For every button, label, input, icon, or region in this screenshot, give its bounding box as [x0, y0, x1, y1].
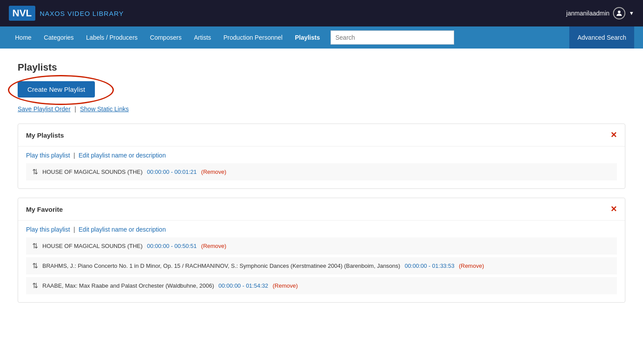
search-input[interactable]: [331, 30, 454, 45]
drag-handle-icon[interactable]: ⇅: [32, 168, 38, 176]
create-new-playlist-button[interactable]: Create New Playlist: [18, 81, 95, 98]
create-btn-wrapper: Create New Playlist: [18, 81, 95, 98]
item-time-range: 00:00:00 - 00:50:51: [147, 243, 197, 249]
separator: |: [75, 105, 76, 113]
links-row: Save Playlist Order | Show Static Links: [18, 105, 625, 113]
list-item: ⇅HOUSE OF MAGICAL SOUNDS (THE)00:00:00 -…: [26, 237, 617, 255]
drag-handle-icon[interactable]: ⇅: [32, 262, 38, 270]
playlist-card-body-1: Play this playlist | Edit playlist name …: [18, 221, 625, 302]
list-item: ⇅BRAHMS, J.: Piano Concerto No. 1 in D M…: [26, 257, 617, 274]
playlist-title-0: My Playlists: [26, 131, 64, 139]
play-playlist-link-0[interactable]: Play this playlist: [26, 152, 70, 159]
playlist-actions-1: Play this playlist | Edit playlist name …: [26, 226, 617, 233]
separator: |: [72, 226, 77, 233]
item-title: RAABE, Max: Max Raabe and Palast Orchest…: [42, 282, 214, 289]
remove-item-link[interactable]: (Remove): [201, 169, 226, 175]
nav-artists[interactable]: Artists: [188, 26, 217, 49]
playlist-card-1: My Favorite✕Play this playlist | Edit pl…: [18, 198, 625, 303]
nav-playlists[interactable]: Playlists: [289, 26, 326, 49]
app-name: NAXOS VIDEO LIBRARY: [40, 10, 124, 17]
remove-item-link[interactable]: (Remove): [201, 243, 226, 249]
playlist-card-header-1: My Favorite✕: [18, 198, 625, 221]
nav-bar: Home Categories Labels / Producers Compo…: [0, 26, 643, 49]
playlist-actions-0: Play this playlist | Edit playlist name …: [26, 152, 617, 159]
edit-playlist-link-0[interactable]: Edit playlist name or description: [79, 152, 166, 159]
nav-search-area: [326, 30, 565, 45]
appname-prefix: NAXOS: [40, 10, 68, 17]
playlist-close-btn-0[interactable]: ✕: [610, 130, 617, 140]
play-playlist-link-1[interactable]: Play this playlist: [26, 226, 70, 233]
user-area: janmanilaadmin ▼: [566, 7, 634, 19]
remove-item-link[interactable]: (Remove): [273, 282, 298, 289]
item-time-range: 00:00:00 - 01:33:53: [405, 263, 455, 269]
list-item: ⇅HOUSE OF MAGICAL SOUNDS (THE)00:00:00 -…: [26, 163, 617, 180]
playlist-card-body-0: Play this playlist | Edit playlist name …: [18, 146, 625, 188]
nav-composers[interactable]: Composers: [144, 26, 188, 49]
logo-area: NVL NAXOS VIDEO LIBRARY: [9, 6, 124, 21]
separator: |: [72, 152, 77, 159]
playlist-card-0: My Playlists✕Play this playlist | Edit p…: [18, 124, 625, 189]
drag-handle-icon[interactable]: ⇅: [32, 281, 38, 290]
drag-handle-icon[interactable]: ⇅: [32, 242, 38, 250]
advanced-search-button[interactable]: Advanced Search: [569, 26, 634, 49]
remove-item-link[interactable]: (Remove): [459, 263, 484, 269]
nav-home[interactable]: Home: [9, 26, 38, 49]
appname-highlight: VIDEO: [68, 10, 90, 17]
edit-playlist-link-1[interactable]: Edit playlist name or description: [79, 226, 166, 233]
dropdown-arrow[interactable]: ▼: [629, 10, 634, 16]
playlist-title-1: My Favorite: [26, 206, 63, 213]
main-content: Playlists Create New Playlist Save Playl…: [0, 49, 643, 364]
user-icon[interactable]: [613, 7, 625, 19]
nav-labels-producers[interactable]: Labels / Producers: [80, 26, 144, 49]
nav-production-personnel[interactable]: Production Personnel: [217, 26, 289, 49]
item-title: HOUSE OF MAGICAL SOUNDS (THE): [42, 169, 143, 175]
page-title: Playlists: [18, 62, 625, 73]
top-bar: NVL NAXOS VIDEO LIBRARY janmanilaadmin ▼: [0, 0, 643, 26]
logo-box: NVL: [9, 6, 35, 21]
show-static-links-link[interactable]: Show Static Links: [80, 105, 129, 113]
item-title: HOUSE OF MAGICAL SOUNDS (THE): [42, 243, 143, 249]
playlist-card-header-0: My Playlists✕: [18, 124, 625, 146]
save-playlist-order-link[interactable]: Save Playlist Order: [18, 105, 71, 113]
username-label: janmanilaadmin: [566, 10, 609, 17]
appname-suffix: LIBRARY: [90, 10, 124, 17]
item-title: BRAHMS, J.: Piano Concerto No. 1 in D Mi…: [42, 263, 400, 269]
item-time-range: 00:00:00 - 00:01:21: [147, 169, 197, 175]
svg-point-0: [618, 11, 620, 13]
nav-categories[interactable]: Categories: [38, 26, 80, 49]
playlist-close-btn-1[interactable]: ✕: [610, 204, 617, 214]
playlists-container: My Playlists✕Play this playlist | Edit p…: [18, 124, 625, 303]
item-time-range: 00:00:00 - 01:54:32: [218, 282, 268, 289]
list-item: ⇅RAABE, Max: Max Raabe and Palast Orches…: [26, 277, 617, 294]
